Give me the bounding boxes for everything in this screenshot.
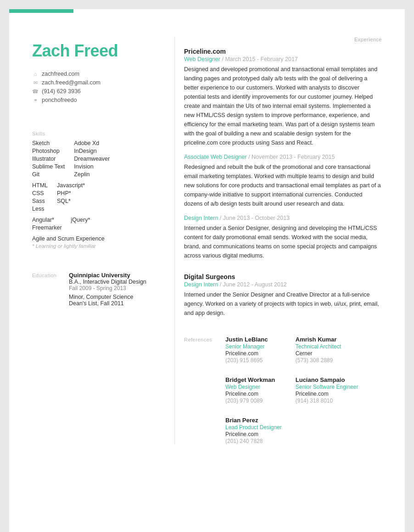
website-value: zachfreed.com (42, 71, 79, 77)
skills-grid-1: Sketch Photoshop Illustrator Sublime Tex… (32, 140, 161, 178)
skill-dreamweaver: Dreamweaver (74, 156, 110, 162)
edu-school: Quinnipiac University (69, 272, 146, 279)
education-content: Quinnipiac University B.A., Interactive … (69, 272, 146, 307)
job-title-associate: Associate Web Designer (184, 154, 247, 160)
ref-brian-name: Brian Perez (225, 417, 282, 424)
experience-label: Experience (184, 37, 382, 42)
skills-col-5: Angular* Freemarker (32, 217, 62, 231)
contact-website: ⌂ zachfreed.com (32, 71, 161, 77)
ref-amrish-phone: (573) 308 2889 (296, 357, 358, 364)
contact-list: ⌂ zachfreed.com ✉ zach.freed@gmail.com ☎… (32, 71, 161, 103)
job-title-intern-p: Design Intern (184, 215, 218, 221)
skill-sketch: Sketch (32, 140, 65, 146)
references-section: References Justin LeBlanc Senior Manager… (184, 336, 382, 444)
skill-illustrator: Illustrator (32, 156, 65, 162)
main-layout: Zach Freed ⌂ zachfreed.com ✉ zach.freed@… (32, 37, 382, 444)
ref-amrish-name: Amrish Kumar (296, 336, 358, 343)
job-digitalsurgeons: Digital Surgeons Design Intern / June 20… (184, 273, 382, 318)
references-grid: Justin LeBlanc Senior Manager Priceline.… (225, 336, 382, 444)
job-sub-associate: Associate Web Designer / November 2013 -… (184, 154, 382, 208)
edu-honor: Dean's List, Fall 2011 (69, 300, 146, 307)
ref-amrish: Amrish Kumar Technical Architect Cerner … (296, 336, 358, 364)
contact-email: ✉ zach.freed@gmail.com (32, 79, 161, 86)
job-desc-4: Interned under the Senior Designer and C… (184, 290, 382, 318)
skill-html: HTML (32, 182, 48, 189)
job-title-intern-ds: Design Intern (184, 281, 218, 288)
skill-css: CSS (32, 190, 48, 196)
job-title-line-3: Design Intern / June 2013 - October 2013 (184, 215, 382, 221)
education-section: Education Quinnipiac University B.A., In… (32, 272, 161, 307)
skill-indesign: InDesign (74, 148, 110, 154)
email-value: zach.freed@gmail.com (42, 79, 101, 86)
edu-minor: Minor, Computer Science (69, 294, 146, 300)
phone-icon: ☎ (32, 89, 39, 95)
skill-adobexd: Adobe Xd (74, 140, 110, 146)
company-digitalsurgeons: Digital Surgeons (184, 273, 382, 280)
skills-col-1: Sketch Photoshop Illustrator Sublime Tex… (32, 140, 65, 178)
skills-label: Skills (32, 131, 161, 136)
ref-bridget-company: Priceline.com (225, 391, 282, 397)
job-date-1: / March 2015 - February 2017 (222, 56, 297, 62)
references-col-1: Justin LeBlanc Senior Manager Priceline.… (225, 336, 282, 444)
ref-luciano-company: Priceline.com (296, 391, 358, 397)
ref-brian-company: Priceline.com (225, 431, 282, 437)
job-desc-2: Redesigned and rebuilt the bulk of the p… (184, 162, 382, 208)
job-title-webdesigner: Web Designer (184, 56, 220, 62)
ref-bridget-title: Web Designer (225, 384, 282, 390)
skill-git: Git (32, 171, 65, 178)
skill-php: PHP* (57, 190, 85, 196)
globe-icon: ⚭ (32, 97, 39, 103)
job-date-3: / June 2013 - October 2013 (220, 215, 290, 221)
ref-bridget: Bridget Workman Web Designer Priceline.c… (225, 376, 282, 404)
email-icon: ✉ (32, 80, 39, 86)
ref-luciano-phone: (914) 318 8010 (296, 398, 358, 404)
ref-justin-company: Priceline.com (225, 350, 282, 357)
ref-justin-title: Senior Manager (225, 343, 282, 350)
skills-col-6: jQuery* (71, 217, 90, 231)
skills-col-4: Javascript* PHP* SQL* (57, 182, 85, 212)
ref-bridget-name: Bridget Workman (225, 376, 282, 383)
edu-dates: Fall 2009 - Spring 2013 (69, 285, 146, 291)
references-col-2: Amrish Kumar Technical Architect Cerner … (296, 336, 358, 444)
contact-social: ⚭ ponchofreedo (32, 97, 161, 103)
job-date-4: / June 2012 - August 2012 (220, 281, 287, 288)
references-label: References (184, 336, 225, 441)
skills-col-3: HTML CSS Sass Less (32, 182, 48, 212)
skill-less: Less (32, 206, 48, 212)
job-sub-intern-priceline: Design Intern / June 2013 - October 2013… (184, 215, 382, 260)
ref-luciano-title: Senior Software Engineer (296, 384, 358, 390)
skills-grid-2: HTML CSS Sass Less Javascript* PHP* SQL* (32, 182, 161, 212)
resume-page: Zach Freed ⌂ zachfreed.com ✉ zach.freed@… (9, 9, 405, 532)
ref-justin: Justin LeBlanc Senior Manager Priceline.… (225, 336, 282, 364)
skill-sql: SQL* (57, 198, 85, 204)
skill-javascript: Javascript* (57, 182, 85, 189)
skill-sublime: Sublime Text (32, 163, 65, 170)
contact-phone: ☎ (914) 629 3936 (32, 88, 161, 95)
candidate-name: Zach Freed (32, 41, 161, 61)
skill-photoshop: Photoshop (32, 148, 65, 154)
right-column: Experience Priceline.com Web Designer / … (174, 37, 382, 444)
skills-note: * Learning or lightly familiar (32, 243, 161, 249)
skill-sass: Sass (32, 198, 48, 204)
edu-degree: B.A., Interactive Digital Design (69, 279, 146, 285)
skills-grid-3: Angular* Freemarker jQuery* (32, 217, 161, 231)
accent-top-bar (9, 9, 73, 13)
left-column: Zach Freed ⌂ zachfreed.com ✉ zach.freed@… (32, 37, 174, 444)
job-priceline: Priceline.com Web Designer / March 2015 … (184, 48, 382, 260)
skills-col-2: Adobe Xd InDesign Dreamweaver Invision Z… (74, 140, 110, 178)
skill-invision: Invision (74, 163, 110, 170)
job-title-line-2: Associate Web Designer / November 2013 -… (184, 154, 382, 160)
skill-freemarker: Freemarker (32, 224, 62, 231)
agile-text: Agile and Scrum Experience (32, 235, 161, 242)
education-label: Education (32, 272, 69, 303)
social-value: ponchofreedo (42, 97, 77, 103)
job-desc-3: Interned under a Senior Designer, design… (184, 224, 382, 260)
ref-justin-name: Justin LeBlanc (225, 336, 282, 343)
ref-luciano-name: Luciano Sampaio (296, 376, 358, 383)
ref-brian-phone: (201) 240 7828 (225, 438, 282, 444)
company-priceline: Priceline.com (184, 48, 382, 55)
skill-jquery: jQuery* (71, 217, 90, 223)
skill-zeplin: Zeplin (74, 171, 110, 178)
ref-amrish-title: Technical Architect (296, 343, 358, 350)
ref-amrish-company: Cerner (296, 350, 358, 357)
